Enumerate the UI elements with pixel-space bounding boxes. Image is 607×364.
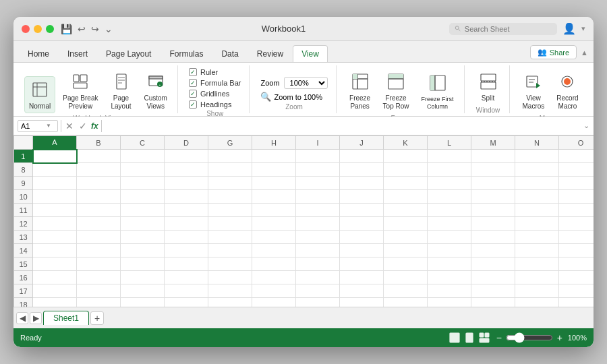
cell-G1[interactable]: [208, 150, 252, 163]
cell-O12[interactable]: [559, 217, 594, 231]
cell-B11[interactable]: [77, 204, 121, 217]
undo-icon[interactable]: ↩: [78, 24, 86, 34]
tab-home[interactable]: Home: [19, 45, 58, 62]
cell-A12[interactable]: [33, 217, 77, 231]
cell-C12[interactable]: [121, 217, 165, 231]
cell-G9[interactable]: [208, 177, 252, 190]
cell-B1[interactable]: [77, 150, 121, 163]
minimize-button[interactable]: [34, 25, 42, 33]
cell-H17[interactable]: [252, 284, 296, 298]
cell-M14[interactable]: [471, 244, 515, 257]
cell-H10[interactable]: [252, 190, 296, 204]
cell-C16[interactable]: [121, 271, 165, 284]
col-header-A[interactable]: A: [33, 136, 77, 150]
row-header-8[interactable]: 8: [14, 163, 33, 177]
cell-N18[interactable]: [515, 298, 559, 307]
cell-J18[interactable]: [340, 298, 384, 307]
cell-J9[interactable]: [340, 177, 384, 190]
cell-K11[interactable]: [384, 204, 428, 217]
cell-M10[interactable]: [471, 190, 515, 204]
cell-O9[interactable]: [559, 177, 594, 190]
cell-B17[interactable]: [77, 284, 121, 298]
cell-O1[interactable]: [559, 150, 594, 163]
cell-I1[interactable]: [296, 150, 340, 163]
sheet-nav-left-button[interactable]: ◀: [16, 312, 28, 324]
cell-O8[interactable]: [559, 163, 594, 177]
cell-I18[interactable]: [296, 298, 340, 307]
cell-I10[interactable]: [296, 190, 340, 204]
tab-view[interactable]: View: [293, 45, 328, 62]
cell-C17[interactable]: [121, 284, 165, 298]
cell-N16[interactable]: [515, 271, 559, 284]
maximize-button[interactable]: [46, 25, 54, 33]
cell-M1[interactable]: [471, 150, 515, 163]
cell-G12[interactable]: [208, 217, 252, 231]
cell-O11[interactable]: [559, 204, 594, 217]
cell-C1[interactable]: [121, 150, 165, 163]
cell-H1[interactable]: [252, 150, 296, 163]
chevron-down-icon[interactable]: ▾: [581, 24, 585, 33]
headings-checkbox-item[interactable]: Headings: [189, 100, 241, 109]
cell-O13[interactable]: [559, 231, 594, 244]
page-layout-button[interactable]: PageLayout: [106, 68, 137, 113]
col-header-L[interactable]: L: [428, 136, 471, 150]
cell-C18[interactable]: [121, 298, 165, 307]
row-header-12[interactable]: 12: [14, 217, 33, 231]
cell-D10[interactable]: [165, 190, 208, 204]
cell-N8[interactable]: [515, 163, 559, 177]
cell-I16[interactable]: [296, 271, 340, 284]
cell-D13[interactable]: [165, 231, 208, 244]
cell-G13[interactable]: [208, 231, 252, 244]
cell-M9[interactable]: [471, 177, 515, 190]
cell-L9[interactable]: [428, 177, 471, 190]
gridlines-checkbox-item[interactable]: Gridlines: [189, 90, 241, 98]
cell-B14[interactable]: [77, 244, 121, 257]
cell-G15[interactable]: [208, 257, 252, 271]
cell-M15[interactable]: [471, 257, 515, 271]
cell-B13[interactable]: [77, 231, 121, 244]
cell-K15[interactable]: [384, 257, 428, 271]
cell-I8[interactable]: [296, 163, 340, 177]
col-header-G[interactable]: G: [208, 136, 252, 150]
cell-J1[interactable]: [340, 150, 384, 163]
cell-B18[interactable]: [77, 298, 121, 307]
cell-D9[interactable]: [165, 177, 208, 190]
cell-D14[interactable]: [165, 244, 208, 257]
cell-L14[interactable]: [428, 244, 471, 257]
custom-views-button[interactable]: + CustomViews: [140, 68, 172, 113]
cell-K16[interactable]: [384, 271, 428, 284]
ruler-checkbox[interactable]: [189, 68, 197, 76]
sheet-scroll[interactable]: A B C D G H I J K L M N O: [13, 135, 594, 307]
cell-O15[interactable]: [559, 257, 594, 271]
cell-N13[interactable]: [515, 231, 559, 244]
cell-D11[interactable]: [165, 204, 208, 217]
col-header-B[interactable]: B: [77, 136, 121, 150]
col-header-N[interactable]: N: [515, 136, 559, 150]
cell-B12[interactable]: [77, 217, 121, 231]
row-header-17[interactable]: 17: [14, 284, 33, 298]
cell-H8[interactable]: [252, 163, 296, 177]
cell-C15[interactable]: [121, 257, 165, 271]
cell-O17[interactable]: [559, 284, 594, 298]
user-icon[interactable]: 👤: [562, 22, 576, 35]
cell-H9[interactable]: [252, 177, 296, 190]
zoom-to-100-button[interactable]: 🔍 Zoom to 100%: [260, 92, 322, 102]
cell-L15[interactable]: [428, 257, 471, 271]
cancel-formula-icon[interactable]: ✕: [64, 121, 75, 131]
cell-L8[interactable]: [428, 163, 471, 177]
cell-M12[interactable]: [471, 217, 515, 231]
close-button[interactable]: [22, 25, 30, 33]
cell-A16[interactable]: [33, 271, 77, 284]
cell-N17[interactable]: [515, 284, 559, 298]
row-header-18[interactable]: 18: [14, 298, 33, 307]
zoom-minus-button[interactable]: −: [496, 332, 502, 343]
normal-view-button[interactable]: Normal: [24, 76, 55, 113]
cell-H16[interactable]: [252, 271, 296, 284]
cell-ref-arrow-icon[interactable]: ▼: [46, 123, 51, 129]
cell-L11[interactable]: [428, 204, 471, 217]
cell-C10[interactable]: [121, 190, 165, 204]
cell-L18[interactable]: [428, 298, 471, 307]
col-header-M[interactable]: M: [471, 136, 515, 150]
row-header-11[interactable]: 11: [14, 204, 33, 217]
record-macro-button[interactable]: RecordMacro: [552, 68, 583, 113]
